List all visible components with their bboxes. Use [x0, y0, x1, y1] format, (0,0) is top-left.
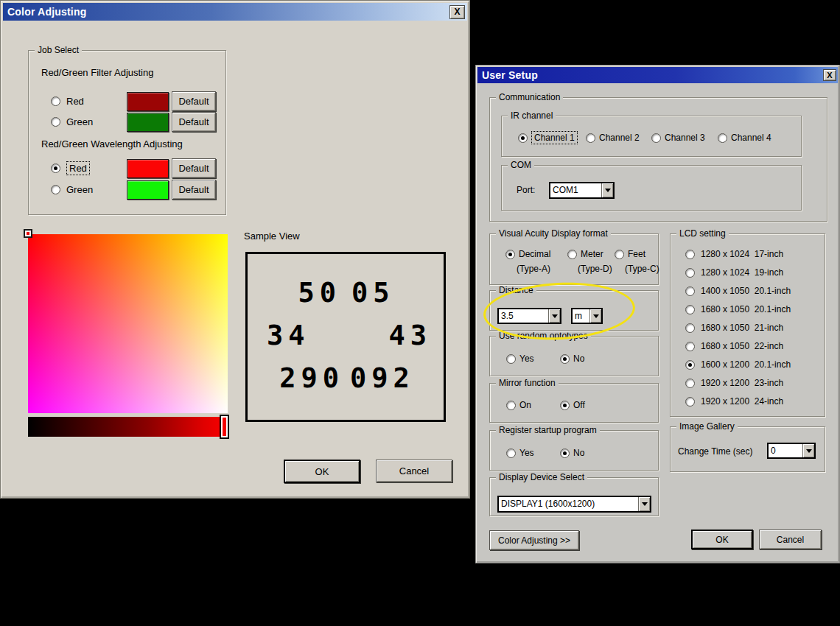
random-yes-option[interactable]: Yes — [506, 354, 534, 364]
lcd-option-1400x1050-20.1[interactable]: 1400 x 1050 20.1-inch — [685, 286, 822, 296]
random-no-radio[interactable] — [560, 354, 570, 364]
wavelength-red-default-button[interactable]: Default — [172, 158, 216, 178]
optotype-red-1: 50 — [248, 279, 346, 307]
lcd-radio[interactable] — [685, 305, 695, 314]
distance-group: Distance 3.5 m — [489, 290, 659, 331]
mirror-off-option[interactable]: Off — [560, 400, 585, 410]
meter-option[interactable]: Meter — [567, 249, 603, 259]
ok-button[interactable]: OK — [284, 460, 360, 483]
com-group: COM Port: COM1 — [501, 165, 802, 211]
lcd-radio[interactable] — [685, 397, 695, 407]
close-icon[interactable]: X — [823, 69, 836, 81]
close-icon[interactable]: X — [449, 5, 465, 19]
meter-radio[interactable] — [567, 250, 577, 259]
lcd-option-1680x1050-20.1[interactable]: 1680 x 1050 20.1-inch — [685, 304, 822, 314]
mirror-on-radio[interactable] — [506, 401, 516, 410]
distance-unit-select[interactable]: m — [571, 308, 603, 324]
group-label: Mirror function — [496, 379, 559, 388]
cancel-button[interactable]: Cancel — [376, 460, 452, 482]
lcd-option-1920x1200-24[interactable]: 1920 x 1200 24-inch — [685, 396, 822, 407]
change-time-select[interactable]: 0 — [767, 443, 816, 459]
channel-4-label: Channel 4 — [731, 133, 771, 143]
chevron-down-icon — [593, 314, 599, 321]
lcd-option-1280x1024-19[interactable]: 1280 x 1024 19-inch — [685, 267, 822, 278]
feet-radio[interactable] — [615, 250, 624, 259]
color-gradient-picker[interactable] — [28, 234, 228, 413]
lcd-option-1680x1050-22[interactable]: 1680 x 1050 22-inch — [685, 341, 822, 351]
lcd-radio[interactable] — [685, 379, 695, 388]
lcd-radio[interactable] — [685, 323, 695, 333]
lcd-radio[interactable] — [685, 342, 695, 351]
mirror-function-group: Mirror function On Off — [489, 383, 659, 423]
color-adjusting-button[interactable]: Color Adjusting >> — [489, 530, 579, 550]
dropdown-button[interactable] — [802, 444, 814, 457]
lcd-radio-selected[interactable] — [685, 360, 695, 370]
meter-type-label: (Type-D) — [578, 264, 612, 274]
wavelength-green-radio[interactable] — [51, 185, 60, 194]
filter-red-radio[interactable] — [51, 96, 60, 106]
dropdown-button[interactable] — [589, 309, 601, 323]
dropdown-button[interactable] — [638, 497, 650, 511]
display-device-select[interactable]: DISPLAY1 (1600x1200) — [497, 496, 651, 513]
lcd-option-1600x1200-20.1[interactable]: 1600 x 1200 20.1-inch — [685, 359, 822, 370]
filter-green-label: Green — [66, 116, 127, 127]
mirror-on-option[interactable]: On — [506, 400, 531, 410]
lcd-option-1920x1200-23[interactable]: 1920 x 1200 23-inch — [685, 378, 822, 388]
lcd-option-1680x1050-21[interactable]: 1680 x 1050 21-inch — [685, 323, 822, 333]
feet-option[interactable]: Feet — [615, 249, 645, 259]
channel-3-option[interactable]: Channel 3 — [651, 133, 705, 143]
channel-2-radio[interactable] — [586, 133, 595, 143]
channel-2-option[interactable]: Channel 2 — [586, 133, 640, 143]
lcd-option-1280x1024-17[interactable]: 1280 x 1024 17-inch — [685, 249, 822, 259]
random-no-option[interactable]: No — [560, 354, 584, 364]
filter-red-row: Red Default — [51, 91, 216, 111]
filter-red-default-button[interactable]: Default — [172, 91, 216, 111]
title-bar[interactable]: Color Adjusting X — [3, 3, 467, 21]
random-optotypes-group: Use random optotypes Yes No — [489, 336, 659, 376]
channel-1-radio[interactable] — [518, 133, 528, 143]
filter-green-radio[interactable] — [51, 117, 60, 127]
startup-yes-option[interactable]: Yes — [506, 448, 534, 458]
feet-label: Feet — [628, 249, 645, 259]
title-bar[interactable]: User Setup X — [477, 67, 838, 83]
startup-no-option[interactable]: No — [560, 448, 584, 458]
decimal-label: Decimal — [519, 249, 550, 259]
mirror-off-radio[interactable] — [560, 401, 570, 410]
lcd-radio[interactable] — [685, 286, 695, 296]
group-label: Job Select — [35, 46, 82, 55]
startup-yes-label: Yes — [519, 448, 534, 458]
filter-green-default-button[interactable]: Default — [172, 112, 216, 132]
filter-green-swatch — [127, 113, 169, 132]
channel-4-option[interactable]: Channel 4 — [718, 133, 771, 143]
wavelength-green-default-button[interactable]: Default — [172, 180, 216, 200]
port-label: Port: — [517, 185, 535, 195]
wavelength-green-swatch — [127, 180, 169, 200]
lcd-setting-group: LCD setting 1280 x 1024 17-inch 1280 x 1… — [670, 233, 825, 417]
distance-unit: m — [573, 309, 589, 323]
group-label: Register startup program — [496, 426, 600, 435]
image-gallery-group: Image Gallery Change Time (sec) 0 — [670, 426, 825, 472]
decimal-option[interactable]: Decimal — [505, 249, 550, 259]
distance-value-select[interactable]: 3.5 — [497, 308, 561, 324]
cancel-button[interactable]: Cancel — [759, 530, 822, 549]
wavelength-red-radio[interactable] — [51, 163, 60, 173]
dropdown-button[interactable] — [601, 183, 613, 197]
channel-1-option[interactable]: Channel 1 — [518, 131, 578, 144]
startup-no-radio[interactable] — [560, 449, 570, 458]
slider-thumb[interactable] — [220, 415, 229, 439]
wavelength-adjusting-heading: Red/Green Wavelength Adjusting — [41, 138, 183, 150]
lcd-radio[interactable] — [685, 268, 695, 278]
random-yes-radio[interactable] — [506, 354, 516, 364]
brightness-slider[interactable] — [28, 417, 228, 437]
display-device-group: Display Device Select DISPLAY1 (1600x120… — [489, 477, 659, 516]
channel-4-radio[interactable] — [718, 133, 727, 143]
mirror-off-label: Off — [573, 400, 585, 410]
color-picker-marker[interactable] — [24, 229, 32, 238]
decimal-radio[interactable] — [505, 250, 515, 259]
startup-yes-radio[interactable] — [506, 449, 516, 458]
lcd-radio[interactable] — [685, 250, 695, 259]
channel-3-radio[interactable] — [651, 133, 661, 143]
port-select[interactable]: COM1 — [549, 182, 615, 199]
dropdown-button[interactable] — [548, 309, 560, 323]
ok-button[interactable]: OK — [691, 530, 753, 549]
